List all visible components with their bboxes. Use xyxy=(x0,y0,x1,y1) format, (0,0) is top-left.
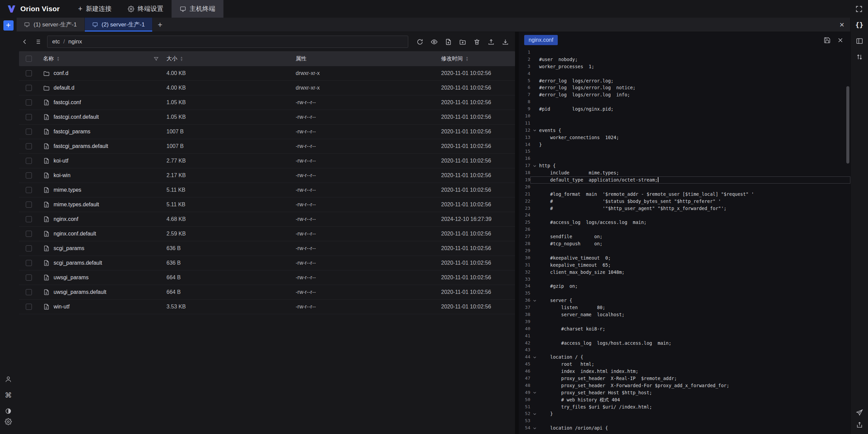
code-line[interactable]: 8 xyxy=(519,98,850,106)
fold-chevron-icon[interactable] xyxy=(530,424,539,432)
eye-icon[interactable] xyxy=(429,37,439,47)
refresh-icon[interactable] xyxy=(415,37,425,47)
code-line[interactable]: 39 xyxy=(519,318,850,325)
layout-panel-icon[interactable] xyxy=(856,37,863,45)
row-checkbox[interactable] xyxy=(26,304,32,310)
code-line[interactable]: 53 xyxy=(519,417,850,424)
row-checkbox[interactable] xyxy=(26,187,32,193)
code-line[interactable]: 45 root html; xyxy=(519,361,850,368)
code-line[interactable]: 27 sendfile on; xyxy=(519,233,850,240)
row-checkbox[interactable] xyxy=(26,289,32,295)
terminal-tab[interactable]: (2) server-生产-1 xyxy=(85,18,153,32)
code-line[interactable]: 33 xyxy=(519,276,850,283)
row-checkbox[interactable] xyxy=(26,99,32,106)
settings-gear-icon[interactable] xyxy=(5,418,12,425)
code-line[interactable]: 2#user nobody; xyxy=(519,56,850,63)
file-name[interactable]: fastcgi.conf.default xyxy=(54,114,99,120)
row-checkbox[interactable] xyxy=(26,275,32,281)
code-line[interactable]: 38 server_name localhost; xyxy=(519,311,850,318)
column-header-name[interactable]: 名称 ▲▼ xyxy=(39,55,162,62)
code-line[interactable]: 7#error_log logs/error.log info; xyxy=(519,91,850,98)
panel-resize-handle[interactable] xyxy=(515,32,519,434)
file-row[interactable]: fastcgi.conf.default1.05 KB-rw-r--r--202… xyxy=(19,110,515,125)
fold-chevron-icon[interactable] xyxy=(530,127,539,134)
code-line[interactable]: 21 #log_format main '$remote_addr - $rem… xyxy=(519,191,850,198)
row-checkbox[interactable] xyxy=(26,202,32,208)
code-line[interactable]: 10 xyxy=(519,113,850,120)
file-name[interactable]: nginx.conf.default xyxy=(54,231,96,237)
code-line[interactable]: 51 try_files $uri $uri/ /index.html; xyxy=(519,403,850,411)
code-line[interactable]: 42 #access_log logs/host.access.log main… xyxy=(519,340,850,347)
code-line[interactable]: 35 xyxy=(519,290,850,297)
breadcrumb-segment[interactable]: nginx xyxy=(68,38,82,45)
fold-chevron-icon[interactable] xyxy=(530,297,539,304)
file-row[interactable]: default.d4.00 KBdrwxr-xr-x2020-11-01 10:… xyxy=(19,81,515,95)
braces-editor-icon[interactable]: {} xyxy=(855,21,863,29)
swap-vertical-icon[interactable] xyxy=(856,53,863,61)
code-line[interactable]: 32 client_max_body_size 1048m; xyxy=(519,269,850,276)
file-name[interactable]: default.d xyxy=(54,85,74,91)
code-line[interactable]: 28 #tcp_nopush on; xyxy=(519,240,850,247)
code-line[interactable]: 11 xyxy=(519,120,850,127)
close-panel-button[interactable]: × xyxy=(833,18,850,32)
row-checkbox[interactable] xyxy=(26,172,32,178)
new-folder-icon[interactable] xyxy=(458,37,468,47)
file-row[interactable]: nginx.conf4.68 KB-rw-r--r--2024-12-10 16… xyxy=(19,212,515,227)
file-row[interactable]: win-utf3.53 KB-rw-r--r--2020-11-01 10:02… xyxy=(19,300,515,314)
row-checkbox[interactable] xyxy=(26,260,32,266)
code-line[interactable]: 5#error_log logs/error.log; xyxy=(519,77,850,84)
new-file-icon[interactable] xyxy=(443,37,453,47)
nav-host-terminal[interactable]: 主机终端 xyxy=(172,0,223,18)
code-line[interactable]: 4 xyxy=(519,70,850,77)
user-icon[interactable] xyxy=(5,376,12,383)
file-row[interactable]: scgi_params.default636 B-rw-r--r--2020-1… xyxy=(19,256,515,270)
code-line[interactable]: 47 proxy_set_header X-Real-IP $remote_ad… xyxy=(519,375,850,382)
code-line[interactable]: 41 xyxy=(519,333,850,340)
code-line[interactable]: 34 #gzip on; xyxy=(519,283,850,290)
export-box-icon[interactable] xyxy=(856,421,863,429)
file-name[interactable]: fastcgi_params xyxy=(54,129,91,135)
fold-chevron-icon[interactable] xyxy=(530,410,539,417)
code-line[interactable]: 54 location /orion/api { xyxy=(519,424,850,432)
row-checkbox[interactable] xyxy=(26,85,32,91)
code-line[interactable]: 18 include mime.types; xyxy=(519,169,850,176)
select-all-checkbox[interactable] xyxy=(26,56,32,62)
code-line[interactable]: 6#error_log logs/error.log notice; xyxy=(519,84,850,91)
code-line[interactable]: 1 xyxy=(519,49,850,56)
sort-arrows-icon[interactable]: ▲▼ xyxy=(180,56,183,61)
row-checkbox[interactable] xyxy=(26,143,32,149)
file-name[interactable]: koi-utf xyxy=(54,158,68,164)
back-button[interactable] xyxy=(20,37,29,46)
code-line[interactable]: 24 xyxy=(519,212,850,219)
code-line[interactable]: 49 proxy_set_header Host $http_host; xyxy=(519,389,850,396)
nav-new-connection[interactable]: + 新建连接 xyxy=(70,0,120,18)
file-row[interactable]: koi-utf2.77 KB-rw-r--r--2020-11-01 10:02… xyxy=(19,154,515,168)
upload-icon[interactable] xyxy=(486,37,496,47)
list-view-icon[interactable] xyxy=(33,37,42,46)
code-line[interactable]: 36 server { xyxy=(519,297,850,304)
file-name[interactable]: win-utf xyxy=(54,304,70,310)
command-icon[interactable]: ⌘ xyxy=(5,392,12,399)
file-row[interactable]: fastcgi.conf1.05 KB-rw-r--r--2020-11-01 … xyxy=(19,95,515,110)
breadcrumb[interactable]: etc / nginx xyxy=(47,36,408,48)
breadcrumb-segment[interactable]: etc xyxy=(52,38,60,45)
row-checkbox[interactable] xyxy=(26,231,32,237)
file-name[interactable]: koi-win xyxy=(54,172,71,178)
code-line[interactable]: 17http { xyxy=(519,162,850,169)
code-line[interactable]: 50 # web history 模式 404 xyxy=(519,396,850,403)
row-checkbox[interactable] xyxy=(26,70,32,76)
row-checkbox[interactable] xyxy=(26,129,32,135)
file-name[interactable]: mime.types.default xyxy=(54,202,99,208)
file-name[interactable]: nginx.conf xyxy=(54,216,78,222)
code-line[interactable]: 29 xyxy=(519,247,850,254)
file-row[interactable]: uwsgi_params664 B-rw-r--r--2020-11-01 10… xyxy=(19,270,515,285)
code-line[interactable]: 3worker_processes 1; xyxy=(519,63,850,70)
fold-chevron-icon[interactable] xyxy=(530,389,539,396)
file-row[interactable]: uwsgi_params.default664 B-rw-r--r--2020-… xyxy=(19,285,515,300)
file-row[interactable]: mime.types.default5.11 KB-rw-r--r--2020-… xyxy=(19,197,515,212)
fullscreen-button[interactable] xyxy=(850,0,868,18)
code-line[interactable]: 31 keepalive_timeout 65; xyxy=(519,262,850,269)
code-line[interactable]: 52 } xyxy=(519,410,850,417)
code-line[interactable]: 20 xyxy=(519,184,850,191)
send-icon[interactable] xyxy=(856,409,863,416)
